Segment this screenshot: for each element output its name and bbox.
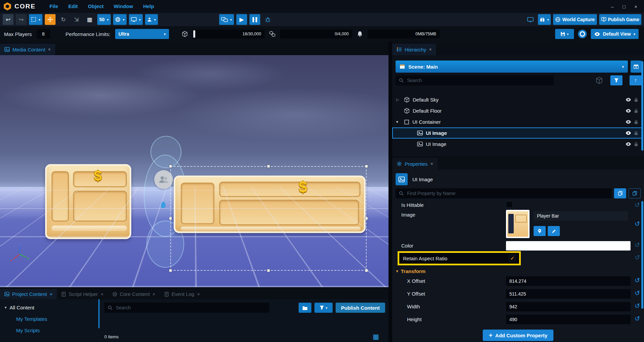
color-swatch[interactable] [506, 241, 631, 251]
tab-event-log[interactable]: Event Log × [160, 289, 204, 299]
reset-property-icon[interactable]: ↺ [633, 220, 641, 228]
selection-handle[interactable] [365, 217, 368, 220]
close-icon[interactable]: × [430, 161, 433, 166]
publish-game-button[interactable]: Publish Game [599, 14, 641, 25]
reset-property-icon[interactable]: ↺ [633, 276, 641, 284]
paste-properties-button[interactable] [629, 188, 641, 198]
close-icon[interactable]: × [101, 291, 104, 297]
find-asset-button[interactable] [534, 226, 546, 236]
snap-size-dropdown[interactable]: 50 ▾ [97, 14, 111, 25]
menu-object[interactable]: Object [83, 0, 109, 13]
sidebar-item-my-scripts[interactable]: My Scripts [0, 328, 100, 333]
redo-button[interactable]: ↪ [16, 14, 27, 25]
visibility-eye-icon[interactable] [625, 120, 631, 124]
hierarchy-scrollbar[interactable] [641, 61, 643, 151]
play-button[interactable]: ▶ [236, 14, 247, 25]
grid-view-icon[interactable]: ▦ [373, 333, 379, 341]
tab-core-content[interactable]: Core Content × [108, 289, 160, 299]
menu-window[interactable]: Window [109, 0, 138, 13]
tab-project-content[interactable]: Project Content × [0, 289, 57, 299]
edit-asset-button[interactable] [548, 226, 560, 236]
scale-tool-button[interactable]: ⇲ [71, 14, 82, 25]
performance-limits-dropdown[interactable]: Ultra ▾ [115, 29, 169, 39]
tab-properties[interactable]: Properties × [392, 158, 438, 169]
sidebar-item-all-content[interactable]: ▾ All Content [0, 305, 100, 310]
hierarchy-row-ui-container[interactable]: ▾ UI Container [392, 116, 643, 127]
close-icon[interactable]: × [152, 291, 156, 297]
hierarchy-row-ui-image-selected[interactable]: UI Image [392, 127, 643, 139]
visibility-eye-icon[interactable] [625, 109, 631, 113]
help-button[interactable] [577, 29, 587, 39]
scene-viewport[interactable]: $ $ z x y [0, 55, 388, 287]
selection-handle[interactable] [169, 269, 172, 272]
snap-toggle-button[interactable]: ▦ [84, 14, 95, 25]
world-capture-button[interactable]: World Capture [553, 14, 597, 25]
properties-scrollbar[interactable] [641, 201, 643, 309]
rotate-tool-button[interactable]: ↻ [58, 14, 69, 25]
max-players-input[interactable]: 8 [37, 29, 50, 39]
collapse-icon[interactable]: ▾ [396, 120, 401, 124]
close-icon[interactable]: × [197, 291, 200, 297]
undo-button[interactable]: ↩ [3, 14, 13, 25]
window-close-icon[interactable]: × [634, 4, 637, 9]
property-search-input[interactable] [406, 190, 608, 196]
copy-properties-button[interactable] [614, 188, 626, 198]
y-offset-input[interactable]: 511.425 [506, 289, 631, 299]
player-view-dropdown[interactable]: ▾ [145, 14, 158, 25]
reset-property-icon[interactable]: ↺ [633, 201, 641, 209]
capture-settings-dropdown[interactable]: ▾ [538, 14, 551, 25]
import-content-button[interactable]: ↑ [630, 75, 642, 85]
selection-handle[interactable] [169, 165, 172, 168]
content-filter-dropdown[interactable]: ▾ [314, 303, 333, 313]
close-icon[interactable]: × [48, 47, 51, 52]
height-input[interactable]: 490 [506, 315, 631, 324]
content-search-input[interactable] [115, 305, 266, 311]
hierarchy-filter-button[interactable] [610, 75, 622, 85]
publish-content-button[interactable]: Publish Content [336, 303, 385, 313]
filter-by-type-icon[interactable] [596, 77, 603, 84]
hierarchy-row-default-floor[interactable]: Default Floor [392, 105, 643, 116]
reset-property-icon[interactable]: ↺ [633, 254, 641, 261]
x-offset-input[interactable]: 814.274 [506, 276, 631, 286]
selection-handle[interactable] [365, 269, 368, 272]
menu-help[interactable]: Help [138, 0, 159, 13]
new-folder-button[interactable] [299, 303, 311, 313]
default-view-dropdown[interactable]: Default View ▾ [591, 29, 639, 39]
reset-property-icon[interactable]: ↺ [633, 289, 641, 297]
hierarchy-row-ui-image[interactable]: UI Image [392, 139, 643, 150]
visibility-eye-icon[interactable] [625, 131, 631, 135]
debug-button[interactable] [263, 14, 273, 25]
close-icon[interactable]: × [429, 47, 432, 52]
scene-selector-dropdown[interactable]: Scene: Main ▾ [396, 61, 628, 73]
width-input[interactable]: 942 [506, 302, 631, 311]
selection-mode-dropdown[interactable]: ▾ [29, 14, 42, 25]
visibility-eye-icon[interactable] [625, 98, 631, 102]
hierarchy-row-default-sky[interactable]: ▷ Default Sky [392, 94, 643, 105]
pause-button[interactable] [249, 14, 260, 25]
expand-icon[interactable]: ▷ [396, 98, 401, 102]
selection-handle[interactable] [267, 269, 270, 272]
desktop-preview-button[interactable] [525, 14, 536, 25]
reset-property-icon[interactable]: ↺ [633, 302, 641, 310]
retain-aspect-ratio-checkbox[interactable]: ✓ [509, 255, 516, 262]
selection-bounds[interactable] [170, 166, 367, 271]
menu-file[interactable]: File [44, 0, 63, 13]
tab-script-helper[interactable]: Script Helper × [57, 289, 108, 299]
selection-handle[interactable] [267, 165, 270, 168]
world-space-dropdown[interactable]: ▾ [113, 14, 127, 25]
window-minimize-icon[interactable]: – [611, 4, 614, 9]
screen-mode-dropdown[interactable]: ▾ [129, 14, 143, 25]
menu-edit[interactable]: Edit [63, 0, 83, 13]
selection-handle[interactable] [365, 165, 368, 168]
tab-media-content[interactable]: Media Content × [0, 44, 55, 55]
selection-handle[interactable] [169, 217, 172, 220]
sidebar-item-my-templates[interactable]: My Templates [0, 316, 100, 322]
save-dropdown[interactable]: ▾ [555, 29, 574, 39]
window-maximize-icon[interactable]: □ [622, 4, 625, 9]
transform-section-header[interactable]: ▾ Transform [396, 266, 426, 276]
hierarchy-search-input[interactable] [406, 77, 550, 83]
image-asset-value[interactable]: Player Bar [534, 211, 628, 221]
reset-property-icon[interactable]: ↺ [633, 241, 641, 249]
reset-property-icon[interactable]: ↺ [633, 315, 641, 322]
visibility-eye-icon[interactable] [625, 142, 631, 146]
